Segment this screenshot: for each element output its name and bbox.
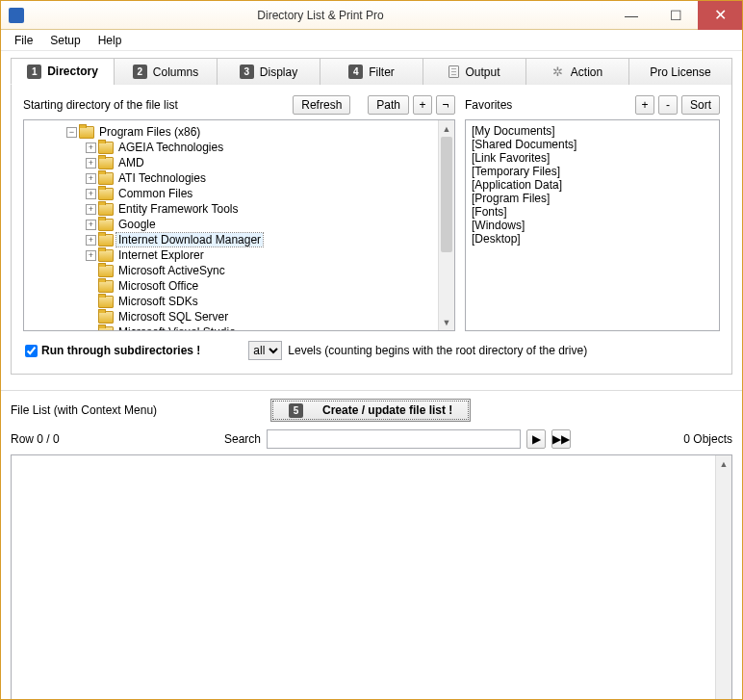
minimize-button[interactable]: — [609,1,653,30]
objects-count: 0 Objects [576,432,732,446]
menu-help[interactable]: Help [90,32,130,49]
menu-setup[interactable]: Setup [42,32,88,49]
directory-tree[interactable]: −Program Files (x86)+AGEIA Technologies+… [23,119,455,331]
folder-icon [98,219,114,231]
tab-pro-license[interactable]: Pro License [628,58,732,85]
search-next-button[interactable]: ▶ [526,429,546,449]
tree-label: Common Files [116,187,194,200]
scroll-thumb[interactable] [441,137,452,252]
tab-action[interactable]: ✲Action [525,58,629,85]
folder-icon [98,234,114,246]
tree-node[interactable]: Microsoft Visual Studio [26,324,436,330]
tree-node[interactable]: +Internet Download Manager [26,232,436,247]
tab-output[interactable]: Output [423,58,526,85]
tab-display[interactable]: 3Display [217,58,320,85]
tree-label: Microsoft Visual Studio [116,325,238,330]
row-counter: Row 0 / 0 [11,432,203,446]
favorite-item[interactable]: [Temporary Files] [472,165,713,178]
folder-icon [98,188,114,200]
tree-node[interactable]: +AGEIA Technologies [26,140,436,155]
document-icon [448,65,459,78]
tree-node[interactable]: Microsoft SQL Server [26,309,436,324]
tree-node[interactable]: Microsoft ActiveSync [26,263,436,278]
run-subdirs-checkbox[interactable]: Run through subdirectories ! [25,344,200,357]
favorite-item[interactable]: [Windows] [472,219,713,232]
search-label: Search [209,432,261,446]
tree-label: AMD [116,156,146,169]
favorite-item[interactable]: [Desktop] [472,232,713,246]
tab-bar: 1Directory 2Columns 3Display 4Filter Out… [11,57,732,85]
tab-label: Display [260,65,297,79]
favorites-remove-button[interactable]: - [658,95,678,115]
menu-bar: File Setup Help [1,30,742,51]
tree-node[interactable]: +Google [26,217,436,232]
add-path-button[interactable]: + [413,95,432,115]
folder-icon [98,157,114,169]
not-button[interactable]: ¬ [436,95,455,115]
path-button[interactable]: Path [368,95,409,115]
file-list-box[interactable]: ▲ ▼ AppNee Freeware Group. [11,454,732,700]
tree-label: Microsoft SDKs [116,295,200,308]
favorite-item[interactable]: [Program Files] [472,192,713,205]
file-list-section: File List (with Context Menu) 5 Create /… [1,390,742,700]
favorite-item[interactable]: [Application Data] [472,178,713,192]
favorite-item[interactable]: [Shared Documents] [472,138,713,151]
tree-node-root[interactable]: −Program Files (x86) [26,124,436,140]
title-bar: Directory List & Print Pro — ☐ ✕ [1,1,742,30]
folder-icon [98,249,114,262]
tree-scrollbar[interactable]: ▲ ▼ [438,120,454,330]
folder-icon [98,265,114,277]
tree-node[interactable]: +Entity Framework Tools [26,201,436,217]
create-update-button[interactable]: 5 Create / update file list ! [270,399,471,422]
folder-icon [98,296,114,308]
run-subdirs-input[interactable] [25,345,38,357]
favorites-list[interactable]: [My Documents][Shared Documents][Link Fa… [465,119,720,331]
levels-select[interactable]: all [248,341,282,360]
tab-label: Columns [153,65,198,79]
refresh-button[interactable]: Refresh [293,95,350,115]
search-input[interactable] [267,429,521,449]
folder-icon [98,142,114,154]
search-last-button[interactable]: ▶▶ [551,429,571,449]
favorite-item[interactable]: [My Documents] [472,124,713,138]
folder-icon [98,203,114,216]
scroll-down-icon[interactable]: ▼ [439,314,454,330]
levels-label: Levels (counting begins with the root di… [288,344,587,357]
scroll-up-icon[interactable]: ▲ [716,455,731,472]
file-list-label: File List (with Context Menu) [11,403,270,417]
tree-node[interactable]: +AMD [26,155,436,170]
close-button[interactable]: ✕ [698,1,742,30]
tab-filter[interactable]: 4Filter [320,58,423,85]
tree-label: Entity Framework Tools [116,202,240,216]
starting-directory-section: Starting directory of the file list Refr… [23,94,455,331]
tab-label: Action [571,65,602,79]
tab-label: Directory [47,65,98,78]
maximize-button[interactable]: ☐ [653,1,698,30]
tab-directory[interactable]: 1Directory [11,58,115,85]
folder-icon [98,326,114,331]
tree-node[interactable]: +Internet Explorer [26,247,436,263]
tree-node[interactable]: Microsoft Office [26,278,436,294]
favorite-item[interactable]: [Link Favorites] [472,151,713,165]
tab-columns[interactable]: 2Columns [114,58,218,85]
tree-node[interactable]: +ATI Technologies [26,170,436,186]
client-area: 1Directory 2Columns 3Display 4Filter Out… [1,51,742,384]
scroll-up-icon[interactable]: ▲ [439,120,454,137]
favorites-add-button[interactable]: + [635,95,654,115]
favorites-sort-button[interactable]: Sort [681,95,720,115]
folder-icon [98,280,114,293]
tree-label: AGEIA Technologies [116,141,225,154]
tree-node[interactable]: +Common Files [26,186,436,201]
tree-label: Internet Download Manager [116,233,263,246]
play-icon: ▶ [532,432,541,446]
fast-forward-icon: ▶▶ [552,432,570,446]
tab-label: Output [465,65,500,79]
filelist-scrollbar[interactable]: ▲ ▼ [715,455,731,700]
tree-node[interactable]: Microsoft SDKs [26,294,436,309]
menu-file[interactable]: File [7,32,40,49]
window-buttons: — ☐ ✕ [609,1,742,30]
directory-panel: Starting directory of the file list Refr… [11,85,732,375]
tree-label: Program Files (x86) [97,125,202,139]
tree-label: Microsoft Office [116,279,200,293]
favorite-item[interactable]: [Fonts] [472,205,713,219]
